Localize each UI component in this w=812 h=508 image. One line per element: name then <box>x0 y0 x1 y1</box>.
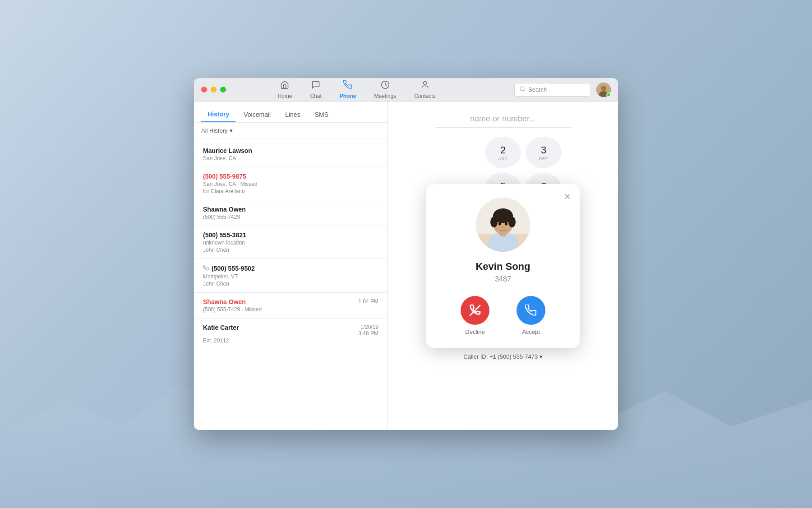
incoming-call-overlay: ✕ <box>388 102 618 430</box>
caller-for: John Chen <box>203 247 378 253</box>
list-item[interactable]: (500) 555-3821 unknown location John Che… <box>194 227 388 258</box>
list-item[interactable]: (500) 555-9502 Montpelier, VT John Chen <box>194 260 388 291</box>
title-bar: Home Chat Phone <box>194 78 618 102</box>
list-item[interactable]: Shawna Owen (500) 555-7429 <box>194 201 388 225</box>
decline-label: Decline <box>465 328 484 335</box>
call-date: 1/20/19 <box>360 324 378 330</box>
svg-point-18 <box>505 222 508 225</box>
caller-for: John Chen <box>203 281 378 287</box>
contacts-icon <box>420 80 429 92</box>
subtab-lines[interactable]: Lines <box>279 107 306 122</box>
tab-chat[interactable]: Chat <box>301 78 330 102</box>
sub-tabs: History Voicemail Lines SMS <box>194 102 388 123</box>
subtab-voicemail[interactable]: Voicemail <box>237 107 277 122</box>
phone-icon <box>343 80 352 92</box>
tab-chat-label: Chat <box>310 93 321 99</box>
accept-label: Accept <box>522 328 540 335</box>
search-input[interactable] <box>528 86 586 93</box>
list-item[interactable]: Shawna Owen 1:04 PM (500) 555-7429 · Mis… <box>194 294 388 317</box>
tab-home-label: Home <box>277 93 292 99</box>
svg-point-19 <box>502 226 504 228</box>
tab-contacts[interactable]: Contacts <box>405 78 444 102</box>
caller-for: for Clara Arellano <box>203 188 378 194</box>
caller-info: unknown location <box>203 240 378 246</box>
svg-point-5 <box>601 86 606 91</box>
filter-label: All History <box>201 127 228 134</box>
svg-point-17 <box>498 222 501 225</box>
caller-name: (500) 555-9502 <box>212 265 255 272</box>
decline-button[interactable] <box>461 296 489 325</box>
incoming-caller-name: Kevin Song <box>475 261 530 272</box>
app-window: Home Chat Phone <box>194 78 618 430</box>
caller-info: San Jose, CA <box>203 155 378 162</box>
history-filter[interactable]: All History ▾ <box>194 123 388 139</box>
caller-name: Shawna Owen <box>203 206 378 213</box>
incoming-caller-ext: 3487 <box>495 275 511 283</box>
caller-name: (500) 555-3821 <box>203 231 378 239</box>
nav-right <box>514 83 611 97</box>
modal-close-button[interactable]: ✕ <box>561 190 573 203</box>
svg-point-2 <box>520 86 524 90</box>
avatar-container[interactable] <box>596 83 611 97</box>
main-content: History Voicemail Lines SMS All History … <box>194 102 618 430</box>
accept-container: Accept <box>517 296 545 335</box>
caller-name: (500) 555-9875 <box>203 173 378 180</box>
list-item[interactable]: Katie Carter 1/20/19 3:48 PM Ext. 20112 <box>194 319 388 348</box>
incoming-call-modal: ✕ <box>426 184 580 348</box>
call-time: 3:48 PM <box>358 330 378 337</box>
right-panel: 1 2 ABC 3 DEF 4 GHI 5 JKL <box>388 102 618 430</box>
tab-meetings[interactable]: Meetings <box>365 78 405 102</box>
caller-info: Ext. 20112 <box>203 337 378 344</box>
search-icon <box>519 86 526 94</box>
home-icon <box>280 80 289 92</box>
left-panel: History Voicemail Lines SMS All History … <box>194 102 388 430</box>
tab-phone[interactable]: Phone <box>331 78 365 102</box>
caller-name: Shawna Owen <box>203 298 246 305</box>
tab-meetings-label: Meetings <box>374 93 396 99</box>
call-actions: Decline Accept <box>461 296 545 335</box>
accept-button[interactable] <box>517 296 545 325</box>
caller-avatar <box>476 198 530 252</box>
call-list: Maurice Lawson San Jose, CA (500) 555-98… <box>194 139 388 430</box>
caller-name: Katie Carter <box>203 324 239 331</box>
caller-info: San Jose, CA · Missed <box>203 181 378 187</box>
list-item[interactable]: Maurice Lawson San Jose, CA <box>194 143 388 166</box>
svg-point-1 <box>424 81 427 84</box>
decline-container: Decline <box>461 296 489 335</box>
caller-name: Maurice Lawson <box>203 147 378 154</box>
meetings-icon <box>381 80 390 92</box>
online-indicator <box>606 92 611 97</box>
phone-call-icon <box>203 264 209 272</box>
caller-info: (500) 555-7429 · Missed <box>203 306 378 313</box>
svg-line-3 <box>524 90 525 91</box>
nav-tabs: Home Chat Phone <box>199 78 514 102</box>
svg-point-15 <box>490 217 498 227</box>
call-timestamp: 1:04 PM <box>358 298 378 305</box>
chevron-down-icon: ▾ <box>230 127 233 134</box>
chat-icon <box>311 80 320 92</box>
caller-info: (500) 555-7429 <box>203 214 378 220</box>
tab-contacts-label: Contacts <box>414 93 435 99</box>
caller-info: Montpelier, VT <box>203 273 378 280</box>
tab-phone-label: Phone <box>340 93 356 99</box>
list-item[interactable]: (500) 555-9875 San Jose, CA · Missed for… <box>194 168 388 199</box>
search-box[interactable] <box>514 83 591 97</box>
tab-home[interactable]: Home <box>268 78 301 102</box>
subtab-history[interactable]: History <box>201 107 235 122</box>
svg-point-16 <box>508 217 516 227</box>
subtab-sms[interactable]: SMS <box>309 107 335 122</box>
